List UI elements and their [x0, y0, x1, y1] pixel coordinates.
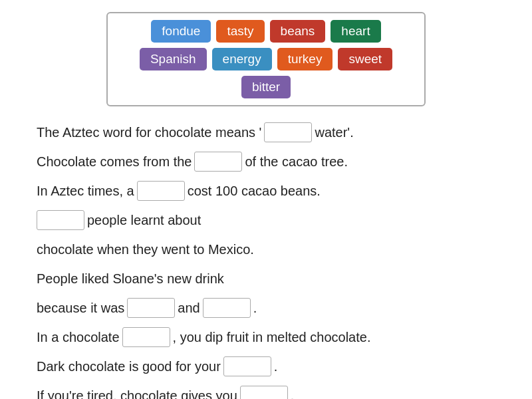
s3-after: cost 100 cacao beans. — [188, 177, 321, 205]
blank-5[interactable] — [127, 298, 175, 318]
s1-after: water'. — [315, 118, 353, 146]
s1-before: The Atztec word for chocolate means ' — [37, 118, 261, 146]
sentence-7: because it was and . — [37, 294, 495, 322]
s9-before: Dark chocolate is good for your — [37, 352, 221, 380]
s10-after: . — [291, 382, 295, 399]
s10-before: If you're tired, chocolate gives you — [37, 382, 237, 399]
s5-text: chocolate when they went to Mexico. — [37, 235, 254, 263]
sentence-5: chocolate when they went to Mexico. — [37, 235, 495, 263]
chip-heart[interactable]: heart — [331, 20, 380, 43]
sentence-1: The Atztec word for chocolate means ' wa… — [37, 118, 495, 146]
s7-before: because it was — [37, 294, 124, 322]
sentence-3: In Aztec times, a cost 100 cacao beans. — [37, 177, 495, 205]
blank-7[interactable] — [122, 327, 170, 347]
blank-2[interactable] — [194, 152, 242, 172]
chip-bitter[interactable]: bitter — [241, 76, 291, 98]
s6-text: People liked Sloane's new drink — [37, 265, 224, 293]
sentence-10: If you're tired, chocolate gives you . — [37, 382, 495, 399]
sentence-9: Dark chocolate is good for your . — [37, 352, 495, 380]
blank-6[interactable] — [203, 298, 251, 318]
sentence-2: Chocolate comes from the of the cacao tr… — [37, 148, 495, 176]
blank-1[interactable] — [264, 122, 312, 142]
s4-after: people learnt about — [87, 206, 201, 234]
chip-energy[interactable]: energy — [212, 48, 272, 70]
sentence-8: In a chocolate , you dip fruit in melted… — [37, 323, 495, 351]
s2-before: Chocolate comes from the — [37, 148, 192, 176]
chip-fondue[interactable]: fondue — [151, 20, 211, 43]
blank-3[interactable] — [137, 181, 185, 201]
sentence-4: people learnt about — [37, 206, 495, 234]
blank-4[interactable] — [37, 210, 84, 230]
word-bank: fondue tasty beans heart Spanish energy … — [106, 12, 426, 106]
s9-after: . — [274, 352, 278, 380]
chip-sweet[interactable]: sweet — [338, 48, 392, 70]
chip-beans[interactable]: beans — [270, 20, 326, 43]
s3-before: In Aztec times, a — [37, 177, 134, 205]
s7-period: . — [253, 294, 257, 322]
sentence-6: People liked Sloane's new drink — [37, 265, 495, 293]
chip-tasty[interactable]: tasty — [216, 20, 264, 43]
chip-turkey[interactable]: turkey — [277, 48, 333, 70]
s8-after: , you dip fruit in melted chocolate. — [173, 323, 371, 351]
blank-8[interactable] — [223, 356, 271, 376]
s7-and: and — [178, 294, 200, 322]
chip-spanish[interactable]: Spanish — [140, 48, 207, 70]
s8-before: In a chocolate — [37, 323, 120, 351]
sentences-area: The Atztec word for chocolate means ' wa… — [0, 118, 532, 399]
blank-9[interactable] — [240, 386, 288, 399]
s2-after: of the cacao tree. — [245, 148, 348, 176]
